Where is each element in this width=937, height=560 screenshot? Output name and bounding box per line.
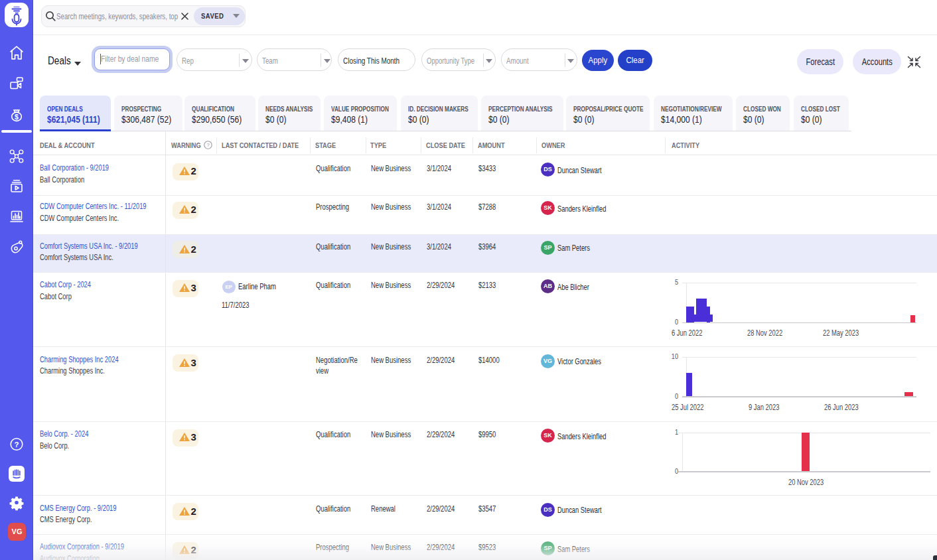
svg-text:?: ? <box>206 142 210 148</box>
svg-text:?: ? <box>14 441 19 449</box>
svg-text:$: $ <box>15 113 19 121</box>
